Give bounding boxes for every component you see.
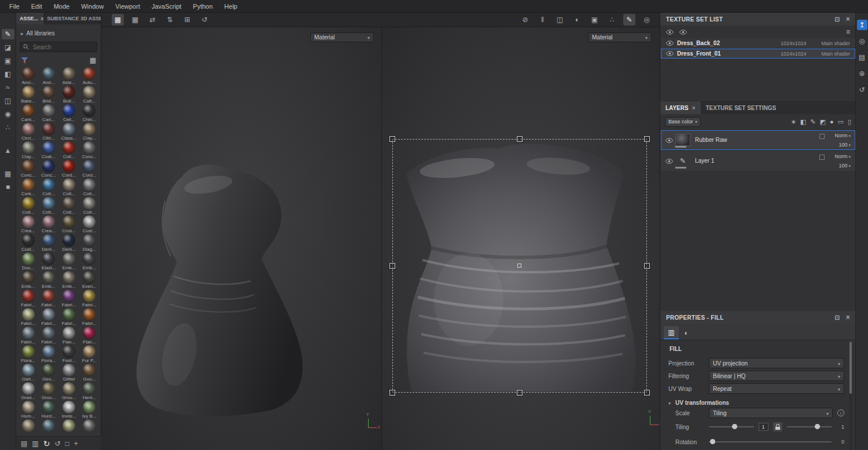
asset-item[interactable]: Fabri...	[80, 308, 99, 327]
share-export-icon[interactable]: ↥	[857, 20, 867, 30]
asset-item[interactable]: Chin...	[80, 104, 99, 123]
projection-tool-icon[interactable]: ▣	[2, 56, 14, 66]
history-icon[interactable]: ↺	[198, 14, 211, 25]
asset-item[interactable]: Fabri...	[60, 308, 79, 327]
scale-dropdown[interactable]: Tiling	[709, 408, 833, 418]
asset-item[interactable]: Cott...	[39, 178, 58, 197]
asset-item[interactable]: Henl...	[80, 382, 99, 401]
filtering-dropdown[interactable]: Bilinear | HQ	[709, 371, 844, 381]
refresh-shelf-icon[interactable]: ↻	[43, 439, 50, 448]
asset-item[interactable]: Cell...	[60, 104, 79, 123]
texture-set-row[interactable]: Dress_Back_021024x1024Main shader	[661, 38, 855, 48]
asset-item[interactable]: Cork...	[19, 178, 38, 197]
transform-handle[interactable]	[389, 263, 395, 269]
asset-item[interactable]: Fabri...	[39, 290, 58, 308]
solo-eye-icon[interactable]	[679, 30, 687, 35]
asset-item[interactable]: Cord...	[80, 160, 99, 178]
menu-python[interactable]: Python	[187, 3, 218, 10]
lock-icon[interactable]	[773, 422, 782, 431]
delete-layer-icon[interactable]: ▯	[848, 118, 851, 126]
popout-icon[interactable]	[834, 16, 840, 23]
asset-item[interactable]: Fabri...	[19, 308, 38, 327]
menu-file[interactable]: File	[3, 3, 25, 10]
slider-thumb[interactable]	[815, 424, 820, 429]
asset-item[interactable]: Cust...	[19, 234, 38, 253]
asset-item[interactable]: Deni...	[39, 234, 58, 253]
geometry-mask-icon[interactable]: ▲	[2, 145, 14, 156]
symmetry-x-icon[interactable]: ⇄	[146, 14, 159, 25]
asset-item[interactable]: Aste...	[60, 67, 79, 86]
layer-row[interactable]: ✎Layer 1Norm▾100▾	[661, 151, 855, 171]
show-all-eye-icon[interactable]	[666, 30, 674, 35]
asset-item[interactable]: Dou...	[19, 253, 38, 271]
asset-item[interactable]: Crea...	[39, 215, 58, 234]
tab-substance-3d-assets[interactable]: SUBSTANCE 3D ASSE...	[43, 13, 101, 24]
asset-item[interactable]: Crea...	[19, 215, 38, 234]
asset-item[interactable]: Flora...	[19, 345, 38, 364]
asset-item[interactable]: Cott...	[19, 197, 38, 215]
asset-item[interactable]: Even...	[80, 271, 99, 290]
menu-help[interactable]: Help	[219, 3, 244, 10]
import-resources-icon[interactable]: ▤	[21, 440, 27, 448]
pages-icon[interactable]: ▤	[857, 52, 867, 63]
asset-item[interactable]: Cott...	[39, 197, 58, 215]
eraser-tool-icon[interactable]: ◪	[2, 42, 14, 53]
asset-item[interactable]: Flan...	[80, 327, 99, 345]
asset-item[interactable]: Gou...	[80, 364, 99, 382]
eye-icon[interactable]	[666, 41, 674, 46]
collapse-icon[interactable]	[668, 399, 671, 406]
paint-brush-tool-icon[interactable]: ✎	[2, 29, 14, 39]
asset-item[interactable]: Fabri...	[80, 290, 99, 308]
asset-item[interactable]: Fabri...	[39, 327, 58, 345]
asset-item[interactable]: Cott...	[60, 178, 79, 197]
tiling-u-slider[interactable]	[709, 423, 754, 430]
add-mask-icon[interactable]: ◧	[800, 118, 806, 126]
web-globe-icon[interactable]: ⊕	[857, 68, 867, 79]
asset-item[interactable]	[19, 419, 38, 436]
add-folder-icon[interactable]: ▭	[838, 118, 844, 126]
asset-item[interactable]: Geo...	[39, 364, 58, 382]
asset-item[interactable]	[60, 419, 79, 436]
asset-item[interactable]: Class...	[60, 123, 79, 141]
transform-handle[interactable]	[644, 263, 650, 269]
close-icon[interactable]	[840, 15, 850, 23]
hide-ui-eye-icon[interactable]: ⊘	[519, 14, 531, 25]
asset-item[interactable]: Hurd...	[39, 401, 58, 419]
asset-item[interactable]: Coll...	[60, 141, 79, 160]
eye-icon[interactable]	[666, 51, 674, 56]
eye-icon[interactable]	[665, 138, 673, 143]
add-paint-layer-icon[interactable]: ✎	[810, 118, 815, 126]
menu-viewport[interactable]: Viewport	[109, 3, 146, 10]
asset-item[interactable]: Fabri...	[19, 327, 38, 345]
details-view-icon[interactable]: ▥	[32, 440, 38, 448]
eye-icon[interactable]	[665, 159, 673, 164]
asset-item[interactable]: Caft...	[80, 86, 99, 104]
asset-item[interactable]: Gart...	[19, 364, 38, 382]
asset-item[interactable]: Foot...	[60, 345, 79, 364]
asset-item[interactable]: Clay...	[80, 123, 99, 141]
material-mode-dropdown-3d[interactable]: Material	[310, 32, 374, 42]
tab-texture-set-settings[interactable]: TEXTURE SET SETTINGS	[701, 101, 782, 114]
camera-icon[interactable]: ◎	[641, 14, 653, 25]
transform-handle[interactable]	[389, 390, 395, 396]
uv-wrap-dropdown[interactable]: Repeat	[709, 383, 844, 394]
asset-item[interactable]: Grad...	[19, 382, 38, 401]
close-icon[interactable]	[692, 105, 696, 111]
search-box[interactable]	[20, 42, 97, 52]
asset-item[interactable]: Flan...	[60, 327, 79, 345]
tab-fill-properties[interactable]	[664, 326, 679, 339]
menu-window[interactable]: Window	[75, 3, 109, 10]
material-sphere-icon[interactable]: ◐	[571, 14, 583, 25]
projection-dropdown[interactable]: UV projection	[709, 358, 844, 368]
asset-item[interactable]: Fabri...	[60, 290, 79, 308]
display-camera-icon[interactable]: ◎	[857, 36, 867, 46]
asset-item[interactable]: Grou...	[39, 382, 58, 401]
asset-item[interactable]: Fabri...	[19, 290, 38, 308]
asset-item[interactable]	[80, 419, 99, 436]
asset-item[interactable]: Invisi...	[60, 401, 79, 419]
scrollbar-thumb[interactable]	[849, 342, 852, 394]
transform-handle[interactable]	[517, 390, 523, 396]
asset-item[interactable]: Cott...	[60, 197, 79, 215]
asset-item[interactable]: Ivy B...	[80, 401, 99, 419]
asset-item[interactable]: Carb...	[19, 104, 38, 123]
